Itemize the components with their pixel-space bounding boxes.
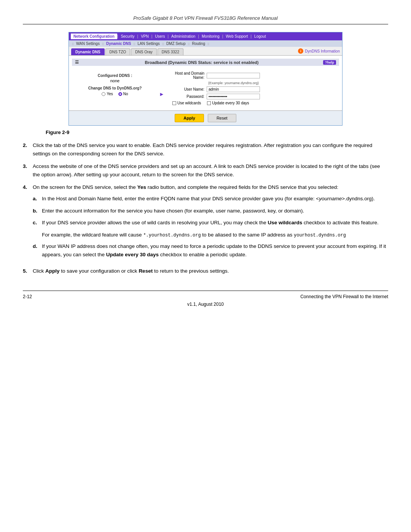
list-item-3: 3. Access the website of one of the DNS … bbox=[23, 162, 388, 179]
use-wildcards-item[interactable]: Use wildcards bbox=[172, 101, 201, 105]
use-wildcards-label: Use wildcards bbox=[177, 101, 201, 105]
update-30days-bold: Update every 30 days bbox=[106, 252, 159, 257]
apply-bold: Apply bbox=[45, 268, 60, 274]
subnav-dynamic-dns[interactable]: Dynamic DNS bbox=[105, 41, 133, 46]
list-item-2: 2. Click the tab of the DNS service you … bbox=[23, 141, 388, 158]
password-label: Password: bbox=[169, 94, 207, 99]
apply-button[interactable]: Apply bbox=[175, 114, 204, 122]
sub-item-c: c. If your DNS service provider allows t… bbox=[33, 219, 388, 227]
radio-no-circle bbox=[118, 92, 122, 96]
nav-logout[interactable]: Logout bbox=[252, 34, 269, 39]
tab-dns-oray[interactable]: DNS Oray bbox=[131, 48, 157, 55]
username-label: User Name: bbox=[169, 87, 207, 91]
subnav-routing[interactable]: Routing bbox=[190, 41, 206, 46]
code-yourhost: yourhost.dyndns.org bbox=[294, 233, 346, 238]
main-list: 2. Click the tab of the DNS service you … bbox=[23, 141, 388, 275]
sub-list: a. In the Host and Domain Name field, en… bbox=[33, 195, 388, 227]
use-wildcards-bold: Use wildcards bbox=[268, 220, 303, 225]
sub-nav-bar: :: WAN Settings :: Dynamic DNS :: LAN Se… bbox=[69, 40, 342, 47]
host-domain-hint-row: (Example: yourname.dyndns.org) bbox=[169, 81, 336, 85]
help-badge[interactable]: ?help bbox=[323, 60, 336, 65]
footer-left: 2-12 bbox=[23, 294, 32, 299]
host-domain-hint: (Example: yourname.dyndns.org) bbox=[208, 81, 259, 85]
use-wildcards-checkbox bbox=[172, 101, 176, 105]
footer-version: v1.1, August 2010 bbox=[187, 302, 224, 307]
item2-text: Click the tab of the DNS service you wan… bbox=[33, 141, 388, 158]
nav-users[interactable]: Users bbox=[152, 34, 167, 39]
left-panel: Configured DDNS : none Change DNS to Dyn… bbox=[75, 71, 159, 105]
document-title: ProSafe Gigabit 8 Port VPN Firewall FVS3… bbox=[133, 15, 277, 21]
radio-row: Yes No bbox=[75, 92, 155, 96]
nav-vpn[interactable]: VPN bbox=[138, 34, 151, 39]
update-30days-label: Update every 30 days bbox=[212, 101, 249, 105]
radio-yes-label: Yes bbox=[107, 92, 113, 96]
subnav-dmz-setup[interactable]: DMZ Setup bbox=[165, 41, 187, 46]
wildcard-example: For example, the wildcard feature will c… bbox=[33, 231, 388, 239]
nav-security[interactable]: Security bbox=[118, 34, 137, 39]
page-header: ProSafe Gigabit 8 Port VPN Firewall FVS3… bbox=[23, 15, 388, 24]
reset-button[interactable]: Reset bbox=[208, 114, 236, 122]
update-30days-checkbox bbox=[207, 101, 211, 105]
nav-network-config[interactable]: Network Configuration bbox=[71, 34, 117, 39]
yourname-italic: yourname bbox=[319, 196, 342, 201]
footer-right: Connecting the VPN Firewall to the Inter… bbox=[300, 294, 388, 299]
sub-list-d: d. If your WAN IP address does not chang… bbox=[33, 242, 388, 259]
host-domain-row: Host and Domain Name: bbox=[169, 71, 336, 80]
item3-text: Access the website of one of the DNS ser… bbox=[33, 162, 388, 179]
nav-monitoring[interactable]: Monitoring bbox=[199, 34, 222, 39]
update-30days-item[interactable]: Update every 30 days bbox=[207, 101, 249, 105]
radio-yes-circle bbox=[102, 92, 105, 96]
tab-dynamic-dns[interactable]: Dynamic DNS bbox=[71, 48, 105, 55]
subnav-lan-settings[interactable]: LAN Settings bbox=[136, 41, 161, 46]
section-title: Broadband (Dynamic DNS Status: service i… bbox=[145, 60, 259, 65]
item4-yes-bold: Yes bbox=[137, 184, 146, 190]
content-area: ☰ Broadband (Dynamic DNS Status: service… bbox=[69, 56, 342, 110]
code-wildcard: *.yourhost.dyndns.org bbox=[143, 233, 201, 238]
section-icon: ☰ bbox=[75, 60, 79, 65]
footer-center: v1.1, August 2010 bbox=[23, 302, 388, 307]
host-domain-label: Host and Domain Name: bbox=[169, 71, 207, 80]
figure-caption: Figure 2-9 bbox=[46, 129, 388, 135]
tab-dns-3322[interactable]: DNS 3322 bbox=[158, 48, 183, 55]
sub-item-b: b. Enter the account information for the… bbox=[33, 207, 388, 215]
reset-bold: Reset bbox=[139, 268, 153, 274]
item-b-text: Enter the account information for the se… bbox=[42, 207, 304, 215]
list-item-4: 4. On the screen for the DNS service, se… bbox=[23, 183, 388, 262]
password-input[interactable] bbox=[207, 94, 260, 99]
nav-web-support[interactable]: Web Support bbox=[223, 34, 250, 39]
buttons-row: Apply Reset bbox=[69, 110, 342, 125]
item4-text: On the screen for the DNS service, selec… bbox=[33, 183, 388, 262]
checkbox-row: Use wildcards Update every 30 days bbox=[169, 101, 336, 105]
sub-item-a: a. In the Host and Domain Name field, en… bbox=[33, 195, 388, 203]
nav-administration[interactable]: Administration bbox=[169, 34, 198, 39]
section-header: ☰ Broadband (Dynamic DNS Status: service… bbox=[72, 59, 339, 66]
right-panel: Host and Domain Name: (Example: yourname… bbox=[165, 71, 336, 105]
username-input[interactable] bbox=[207, 86, 260, 92]
configured-ddns-label: Configured DDNS : bbox=[75, 73, 155, 78]
tab-dns-tzo[interactable]: DNS TZO bbox=[105, 48, 131, 55]
dyndns-info-label: DynDNS Information bbox=[305, 49, 340, 53]
password-row: Password: bbox=[169, 94, 336, 99]
nav-bar: Network Configuration | Security | VPN |… bbox=[69, 32, 342, 40]
router-ui-screenshot: Network Configuration | Security | VPN |… bbox=[68, 32, 342, 126]
list-item-5: 5. Click Apply to save your configuratio… bbox=[23, 267, 388, 275]
radio-no-label: No bbox=[123, 92, 128, 96]
page-footer: 2-12 Connecting the VPN Firewall to the … bbox=[23, 291, 388, 299]
dyndns-info-link[interactable]: i DynDNS Information bbox=[298, 48, 340, 55]
body-text: 2. Click the tab of the DNS service you … bbox=[23, 141, 388, 275]
form-area: Configured DDNS : none Change DNS to Dyn… bbox=[72, 69, 339, 107]
radio-no-item[interactable]: No bbox=[118, 92, 128, 96]
change-dns-label: Change DNS to DynDNS.org? bbox=[75, 86, 155, 90]
username-row: User Name: bbox=[169, 86, 336, 92]
info-icon: i bbox=[298, 48, 303, 54]
divider-arrow: ► bbox=[159, 71, 165, 105]
radio-yes-item[interactable]: Yes bbox=[102, 92, 113, 96]
configured-ddns-value: none bbox=[75, 78, 155, 83]
host-domain-input[interactable] bbox=[207, 73, 260, 78]
subnav-wan-settings[interactable]: WAN Settings bbox=[75, 41, 101, 46]
tab-bar: Dynamic DNS DNS TZO DNS Oray DNS 3322 i … bbox=[69, 47, 342, 56]
sub-item-d: d. If your WAN IP address does not chang… bbox=[33, 242, 388, 259]
